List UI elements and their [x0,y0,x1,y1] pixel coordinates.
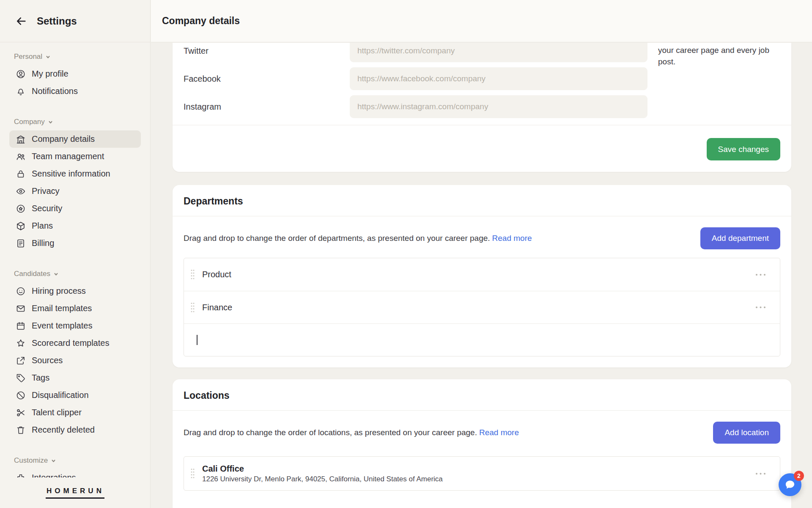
eye-icon [16,186,26,196]
sidebar-item-label: Company details [32,134,95,144]
facebook-field-row: Facebook [184,67,780,90]
locations-list: Cali Office 1226 University Dr, Menlo Pa… [184,456,780,491]
sidebar-item-label: Sources [32,356,63,365]
chevron-down-icon [53,271,59,277]
sidebar-item-security[interactable]: Security [9,200,141,217]
departments-read-more-link[interactable]: Read more [492,234,532,243]
social-helper-text: your career page and every job post. [658,44,785,67]
page-title: Company details [162,15,240,27]
sidebar-item-event-templates[interactable]: Event templates [9,317,141,334]
department-name: Finance [202,303,232,312]
drag-handle-icon[interactable] [190,302,195,313]
facebook-input[interactable] [350,67,647,90]
sidebar-item-scorecard-templates[interactable]: Scorecard templates [9,334,141,352]
sidebar-item-talent-clipper[interactable]: Talent clipper [9,404,141,421]
row-menu-button[interactable] [753,304,768,311]
settings-title: Settings [37,15,77,27]
section-header-candidates[interactable]: Candidates [14,269,141,279]
sidebar-item-sources[interactable]: Sources [9,352,141,369]
departments-list: Product Finance [184,258,780,356]
chevron-down-icon [45,54,51,60]
sidebar-footer: HOMERUN [0,478,150,508]
department-row-finance[interactable]: Finance [184,291,780,323]
tag-icon [16,373,26,383]
chat-bubble-icon [784,479,796,491]
sidebar-item-billing[interactable]: Billing [9,235,141,252]
sidebar-item-plans[interactable]: Plans [9,217,141,235]
sidebar-item-disqualification[interactable]: Disqualification [9,387,141,404]
user-circle-icon [16,69,26,79]
twitter-input[interactable] [350,43,647,62]
sidebar-item-label: Privacy [32,186,60,196]
add-department-button[interactable]: Add department [700,227,780,249]
back-button[interactable] [14,14,28,28]
sidebar-item-label: Billing [32,238,54,248]
departments-card: Departments Drag and drop to change the … [173,185,791,367]
instagram-field-row: Instagram [184,95,780,118]
sidebar-nav: Personal My profile Notifications Compan… [0,42,150,478]
sidebar-item-company-details[interactable]: Company details [9,130,141,148]
sidebar-item-notifications[interactable]: Notifications [9,83,141,100]
sidebar-item-privacy[interactable]: Privacy [9,182,141,200]
sidebar-item-recently-deleted[interactable]: Recently deleted [9,421,141,439]
sidebar-item-label: My profile [32,69,69,79]
drag-handle-icon[interactable] [190,269,195,280]
row-menu-button[interactable] [753,271,768,278]
locations-read-more-link[interactable]: Read more [479,428,519,437]
lock-icon [16,169,26,179]
arrow-left-icon [15,15,27,27]
departments-desc-row: Drag and drop to change the order of dep… [184,227,780,249]
department-row-product[interactable]: Product [184,258,780,291]
locations-card: Locations Drag and drop to change the or… [173,379,791,508]
sidebar-item-tags[interactable]: Tags [9,369,141,387]
sidebar-item-label: Disqualification [32,390,89,400]
sidebar: Settings Personal My profile Notificatio… [0,0,151,508]
star-icon [16,338,26,348]
location-row-cali-office[interactable]: Cali Office 1226 University Dr, Menlo Pa… [184,457,780,490]
sidebar-item-label: Hiring process [32,286,86,296]
drag-handle-icon[interactable] [190,468,195,479]
envelope-icon [16,304,26,314]
ellipsis-icon [755,306,766,309]
new-department-input[interactable] [184,323,780,356]
puzzle-icon [16,473,26,478]
page-header: Company details [151,0,812,42]
smiley-icon [16,286,26,296]
add-location-button[interactable]: Add location [713,422,780,444]
sidebar-item-team-management[interactable]: Team management [9,148,141,165]
row-menu-button[interactable] [753,470,768,477]
text-caret [197,335,198,345]
locations-body: Drag and drop to change the order of loc… [173,411,791,508]
twitter-label: Twitter [184,46,350,56]
chat-unread-badge: 2 [794,471,804,481]
departments-title: Departments [173,185,791,216]
sidebar-item-sensitive-information[interactable]: Sensitive information [9,165,141,182]
section-header-personal[interactable]: Personal [14,52,141,62]
sidebar-item-my-profile[interactable]: My profile [9,65,141,83]
chat-launcher-button[interactable]: 2 [779,473,801,496]
sidebar-item-email-templates[interactable]: Email templates [9,300,141,317]
departments-description-text: Drag and drop to change the order of dep… [184,234,490,243]
company-details-card: your career page and every job post. Twi… [173,43,791,172]
section-header-customize[interactable]: Customize [14,456,141,466]
location-address: 1226 University Dr, Menlo Park, 94025, C… [202,475,443,483]
badge-star-icon [16,204,26,214]
section-label: Company [14,118,45,126]
document-icon [16,238,26,248]
homerun-logo: HOMERUN [46,487,104,499]
ellipsis-icon [755,472,766,475]
users-icon [16,152,26,162]
sidebar-item-label: Integrations [32,473,76,478]
sidebar-item-label: Talent clipper [32,408,82,417]
sidebar-item-hiring-process[interactable]: Hiring process [9,282,141,300]
save-changes-button[interactable]: Save changes [707,138,780,160]
locations-description: Drag and drop to change the order of loc… [184,428,519,437]
section-label: Customize [14,456,48,465]
trash-icon [16,425,26,435]
building-icon [16,134,26,144]
sidebar-item-integrations[interactable]: Integrations [9,469,141,478]
sidebar-item-label: Scorecard templates [32,338,109,348]
section-label: Personal [14,52,42,61]
section-header-company[interactable]: Company [14,117,141,127]
instagram-input[interactable] [350,95,647,118]
